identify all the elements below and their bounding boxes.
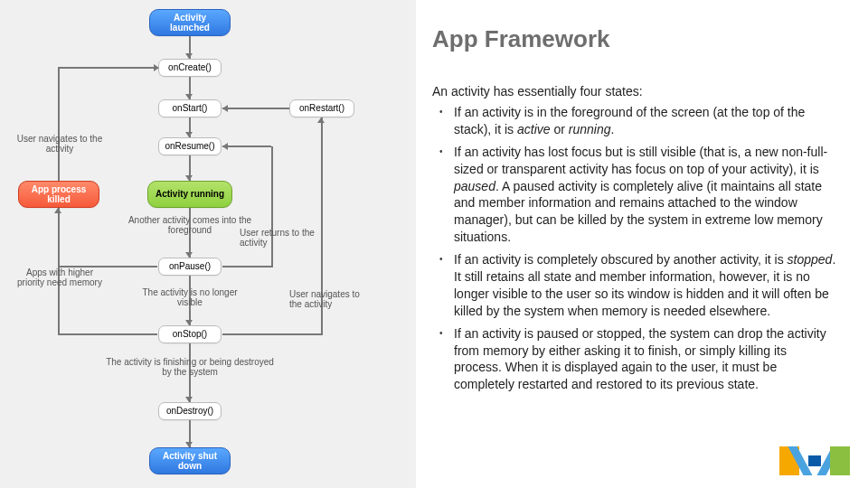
lifecycle-diagram: Activity launched onCreate() onStart() o… xyxy=(0,0,416,488)
intro-text: An activity has essentially four states: xyxy=(432,84,837,99)
page-title: App Framework xyxy=(432,25,837,53)
arrowhead-down-icon xyxy=(185,320,193,325)
content-panel: App Framework An activity has essentiall… xyxy=(416,0,868,488)
arrowhead-left-icon xyxy=(222,105,228,112)
node-activity-running: Activity running xyxy=(147,181,232,208)
label-user-returns: User returns to the activity xyxy=(240,228,316,248)
arrow xyxy=(271,146,273,267)
label-higher-priority: Apps with higher priority need memory xyxy=(16,267,103,287)
label-no-longer-visible: The activity is no longer visible xyxy=(140,287,240,307)
arrowhead-down-icon xyxy=(185,53,193,59)
label-user-navigates: User navigates to the activity xyxy=(16,134,103,154)
text: If an activity is in the foreground of t… xyxy=(454,105,805,136)
node-onpause: onPause() xyxy=(158,258,222,276)
arrowhead-up-icon xyxy=(317,117,325,123)
arrow xyxy=(58,67,60,181)
state-active: If an activity is in the foreground of t… xyxy=(438,104,837,138)
state-dropped: If an activity is paused or stopped, the… xyxy=(438,325,837,394)
arrowhead-down-icon xyxy=(185,397,193,402)
emph: active xyxy=(517,122,551,136)
states-list: If an activity is in the foreground of t… xyxy=(432,104,837,393)
text: . xyxy=(611,122,615,136)
nxp-logo-icon xyxy=(779,446,850,475)
arrowhead-up-icon xyxy=(54,208,61,213)
emph: paused xyxy=(454,179,495,193)
arrowhead-down-icon xyxy=(185,175,193,181)
arrowhead-left-icon xyxy=(222,143,228,150)
node-ondestroy: onDestroy() xyxy=(158,402,222,420)
label-finishing: The activity is finishing or being destr… xyxy=(101,357,278,377)
emph: running xyxy=(569,122,611,136)
state-paused: If an activity has lost focus but is sti… xyxy=(438,144,837,246)
arrow xyxy=(222,145,271,147)
node-process-killed: App process killed xyxy=(18,181,99,208)
arrow xyxy=(58,333,157,335)
node-onstart: onStart() xyxy=(158,99,222,117)
slide: Activity launched onCreate() onStart() o… xyxy=(0,0,868,488)
arrow xyxy=(222,266,271,267)
node-activity-shutdown: Activity shut down xyxy=(149,447,231,474)
node-activity-launched: Activity launched xyxy=(149,9,231,36)
arrowhead-right-icon xyxy=(154,64,159,71)
node-onstop: onStop() xyxy=(158,325,222,343)
arrow xyxy=(222,333,321,335)
node-onresume: onResume() xyxy=(158,137,222,155)
arrowhead-down-icon xyxy=(185,94,193,99)
node-oncreate: onCreate() xyxy=(158,59,222,77)
arrow xyxy=(58,67,157,69)
emph: stopped xyxy=(788,252,833,267)
label-user-navigates-back: User navigates to the activity xyxy=(289,289,362,309)
text: If an activity is completely obscured by… xyxy=(454,252,788,267)
text: . A paused activity is completely alive … xyxy=(454,179,823,245)
text: If an activity is paused or stopped, the… xyxy=(454,326,826,392)
arrowhead-down-icon xyxy=(185,252,193,258)
state-stopped: If an activity is completely obscured by… xyxy=(438,251,837,320)
text: or xyxy=(551,122,569,136)
arrowhead-down-icon xyxy=(185,442,193,447)
arrowhead-down-icon xyxy=(185,132,193,137)
text: If an activity has lost focus but is sti… xyxy=(454,145,827,176)
arrow xyxy=(222,108,289,109)
node-onrestart: onRestart() xyxy=(289,99,354,117)
